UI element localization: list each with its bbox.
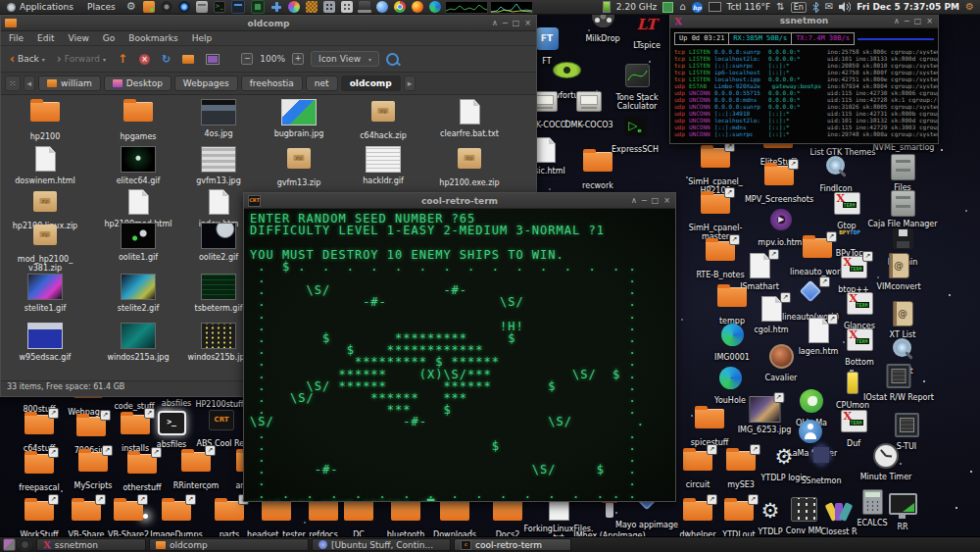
back-button[interactable]: ‹ Back ▾	[5, 52, 50, 66]
desktop-icon-recwork[interactable]: recwork	[568, 147, 627, 190]
file-hp2100[interactable]: hp2100	[4, 97, 86, 141]
desktop-icon-rrintercom[interactable]: ↗RRintercom	[165, 447, 227, 490]
terminal-screen[interactable]: ENTER RANDOM SEED NUMBER ?65 DIFFICULTY …	[244, 209, 675, 501]
photos-launcher-icon[interactable]	[178, 1, 190, 13]
menu-edit[interactable]: Edit	[31, 32, 60, 44]
breadcrumb-freehostia[interactable]: freehostia	[241, 75, 303, 91]
desktop-icon-c64stuff[interactable]: ↗c64stuff	[10, 410, 69, 453]
minimize-icon[interactable]: ∧	[631, 196, 637, 205]
desktop-icon-mpv-screenshots[interactable]: ↗MPV_Screenshots	[736, 161, 822, 204]
maximize-icon[interactable]: □	[652, 196, 660, 205]
breadcrumb-oldcomp[interactable]: oldcomp	[341, 75, 401, 91]
desktop-icon-iostat-r-w-report[interactable]: IOstat R/W Report	[853, 361, 946, 402]
file-4os-jpg[interactable]: 4os.jpg	[177, 97, 260, 138]
updown-arrows-icon[interactable]: ⇅	[776, 1, 784, 13]
file-windos215a-jpg[interactable]: windos215a.jpg	[97, 321, 179, 362]
screenshot-launcher-icon[interactable]	[251, 0, 265, 14]
menu-view[interactable]: View	[63, 32, 95, 44]
desktop-icon-vimconvert[interactable]: @VIMconvert	[866, 251, 931, 291]
file-bugbrain-jpg[interactable]: bugbrain.jpg	[258, 97, 340, 138]
volume-icon[interactable]	[839, 2, 851, 12]
desktop-icon-ssnetmon[interactable]: SSnetmon	[789, 441, 854, 485]
chrome-launcher-icon[interactable]	[394, 1, 406, 13]
breadcrumb-right-icon[interactable]: ▸	[404, 75, 416, 91]
zoom-out-button[interactable]: −	[236, 51, 258, 67]
folder-launcher-icon[interactable]	[143, 1, 155, 13]
computer-button[interactable]	[201, 52, 224, 67]
display-icon[interactable]	[709, 2, 721, 12]
zoom-in-button[interactable]: +	[287, 51, 309, 67]
desktop-icon-files[interactable]: Files	[873, 153, 932, 192]
firefox-launcher-icon[interactable]	[412, 1, 423, 13]
desktop-icon-refdocs[interactable]: refdocs	[294, 496, 353, 539]
applications-menu[interactable]: Applications	[0, 0, 80, 14]
breadcrumb-desktop[interactable]: Desktop	[104, 75, 172, 91]
keypad-launcher-icon[interactable]	[341, 1, 353, 13]
edge-launcher-icon[interactable]	[429, 1, 441, 13]
terminal-launcher-icon[interactable]	[214, 1, 225, 13]
taskbar-window-cool-retro-term[interactable]: Ccool-retro-term	[454, 538, 571, 551]
terminal-titlebar[interactable]: CRT cool-retro-term ∧ ─ □ ×	[244, 193, 675, 209]
file-gvfm13-jpg[interactable]: gvfm13.jpg	[177, 144, 260, 185]
cpu-graph-icon[interactable]	[445, 1, 488, 14]
close-icon[interactable]: ×	[524, 19, 531, 27]
file-manager-titlebar[interactable]: oldcomp ∧ ─ □ ×	[1, 16, 536, 31]
battery-icon[interactable]	[603, 1, 611, 13]
file-hackldr-gif[interactable]: hackldr.gif	[342, 144, 424, 185]
minimize-icon[interactable]: ∧	[894, 17, 900, 25]
desktop-icon-rr[interactable]: RR	[873, 490, 932, 531]
net-graph-icon[interactable]	[490, 1, 533, 14]
search-button[interactable]	[381, 51, 404, 68]
menu-help[interactable]: Help	[186, 32, 219, 44]
netmon-titlebar[interactable]: X ssnetmon ∧ ─ □ ×	[670, 14, 938, 28]
bluetooth-icon[interactable]	[812, 2, 819, 13]
menu-go[interactable]: Go	[97, 32, 121, 44]
mail-icon[interactable]: ✉	[825, 1, 833, 13]
taskbar-applet-icon[interactable]	[19, 538, 31, 551]
restore-icon[interactable]: ─	[642, 196, 647, 205]
view-mode-select[interactable]: Icon View ▾	[311, 51, 379, 67]
desktop-icon-cavalier[interactable]: Cavalier	[752, 341, 810, 382]
hp-logo-icon[interactable]: hp	[692, 2, 703, 13]
desktop-icon-otherstuff[interactable]: ↗otherstuff	[113, 449, 172, 492]
breadcrumb-william[interactable]: william	[38, 75, 101, 91]
file-stelite1-gif[interactable]: stelite1.gif	[4, 272, 86, 313]
breadcrumb-webpages[interactable]: Webpages	[174, 75, 238, 91]
breadcrumb-net[interactable]: net	[306, 75, 338, 91]
new-launcher-icon[interactable]	[270, 1, 282, 13]
desktop-icon-ltspice[interactable]: LTLTspice	[617, 12, 676, 50]
close-icon[interactable]: ×	[926, 17, 933, 25]
file-w95edsac-gif[interactable]: w95edsac.gif	[4, 321, 86, 362]
desktop-icon-minute-timer[interactable]: Minute Timer	[847, 441, 925, 481]
forward-button[interactable]: › Forward ▾	[52, 52, 111, 66]
archive-launcher-icon[interactable]	[196, 1, 208, 13]
menu-file[interactable]: File	[3, 32, 29, 44]
file-clearfre-bat-txt[interactable]: clearfre.bat.txt	[428, 97, 511, 138]
file-doswinem-html[interactable]: doswinem.html	[4, 144, 86, 185]
taskbar-window-ubuntu-stuff-contin[interactable]: [Ubuntu Stuff, Contin...	[312, 538, 451, 551]
file-elitec64-gif[interactable]: elitec64.gif	[97, 144, 179, 185]
minimize-icon[interactable]: ∧	[492, 19, 498, 27]
desktop-icon-freepascal[interactable]: ↗freepascal	[10, 449, 69, 492]
file-stelite2-gif[interactable]: stelite2.gif	[97, 272, 179, 313]
maximize-icon[interactable]: □	[513, 19, 520, 27]
taskbar-window-ssnetmon[interactable]: Xssnetmon	[36, 538, 146, 551]
breadcrumb-left-icon[interactable]: ◂	[24, 75, 36, 91]
restore-icon[interactable]: ─	[503, 19, 508, 27]
close-icon[interactable]: ×	[663, 196, 670, 205]
monitor-launcher-icon[interactable]	[231, 0, 245, 14]
media-launcher-icon[interactable]	[161, 1, 172, 13]
restore-icon[interactable]: ─	[905, 17, 909, 25]
file-gvfm13-zip[interactable]: zipgvfm13.zip	[258, 144, 340, 187]
clock[interactable]: Fri Dec 5 7:37:05 PM	[857, 2, 959, 12]
stop-button[interactable]: ×	[134, 52, 155, 67]
places-menu[interactable]: Places	[80, 0, 122, 14]
home-button[interactable]	[177, 53, 199, 66]
taskbar-window-oldcomp[interactable]: oldcomp	[149, 538, 309, 551]
file-hpgames[interactable]: hpgames	[97, 97, 179, 141]
keyboard-layout[interactable]: En	[791, 2, 807, 13]
calculator-launcher-icon[interactable]	[323, 1, 335, 13]
palette-launcher-icon[interactable]	[288, 1, 300, 13]
path-toggle-button[interactable]: ⁙	[5, 75, 21, 91]
file-mod-hp2100-v381-zip[interactable]: zipmod_hp2100_v381.zip	[4, 221, 86, 273]
